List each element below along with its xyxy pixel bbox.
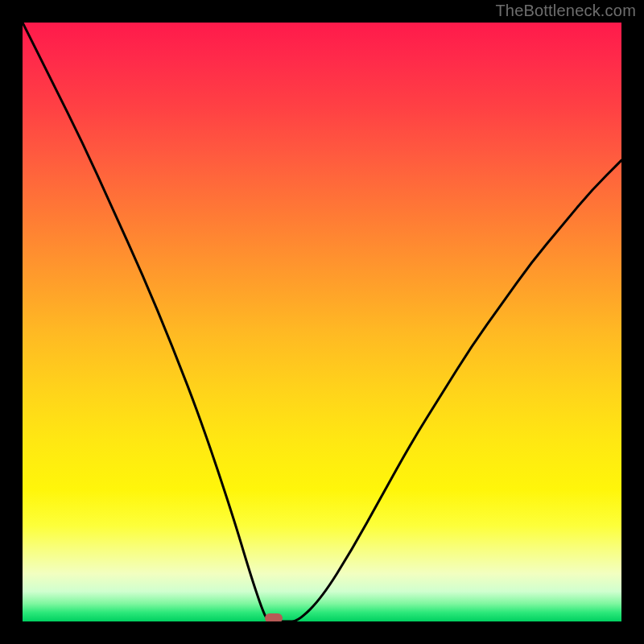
outer-frame: TheBottleneck.com bbox=[0, 0, 644, 644]
curve-svg bbox=[23, 23, 621, 621]
optimal-point-marker bbox=[265, 613, 283, 621]
watermark-text: TheBottleneck.com bbox=[495, 2, 636, 20]
bottleneck-curve bbox=[23, 23, 621, 621]
plot-area bbox=[23, 23, 621, 621]
